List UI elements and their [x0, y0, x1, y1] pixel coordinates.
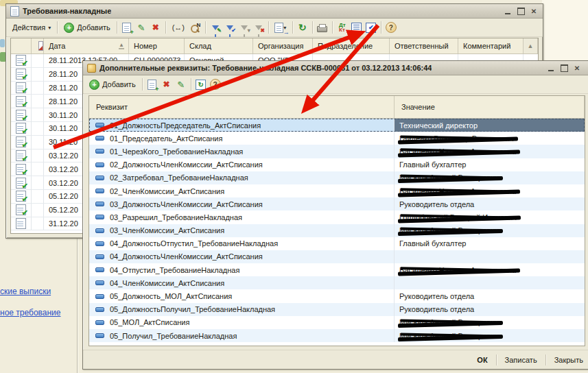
- panel-divider: [77, 237, 78, 373]
- attribute-row[interactable]: 03_ДолжностьЧленКомиссии_АктСписания Рук…: [89, 197, 585, 210]
- filter-history-button[interactable]: ▾: [238, 22, 250, 34]
- row-marker-icon: [95, 241, 104, 246]
- scroll-up-button[interactable]: ▲: [524, 38, 538, 53]
- attribute-row[interactable]: 02_Затребовал_ТребованиеНакладная Мисюра…: [89, 171, 585, 184]
- list-icon: [351, 23, 362, 33]
- attribute-row[interactable]: 04_Отпустил_ТребованиеНакладная Василенк…: [89, 263, 585, 276]
- refresh-icon: ↻: [298, 22, 307, 33]
- attribute-value: Гайденко Владимир Васильевич: [399, 134, 514, 143]
- column-header-department[interactable]: Подразделение: [313, 38, 390, 53]
- document-status-icon: ✔: [16, 96, 26, 107]
- dialog-delete-button[interactable]: ✖: [161, 79, 173, 91]
- row-marker-icon: [95, 136, 104, 141]
- sidebar-link-bank-statements[interactable]: ские выписки: [0, 287, 51, 296]
- minimize-button[interactable]: [502, 6, 513, 16]
- maximize-button[interactable]: [515, 6, 526, 16]
- close-button[interactable]: ✕: [528, 6, 539, 16]
- additional-attributes-dialog: Дополнительные реквизиты: Требование-нак…: [82, 60, 588, 370]
- document-status-icon: ✔: [16, 164, 26, 175]
- add-button[interactable]: + Добавить: [61, 22, 113, 34]
- attribute-row[interactable]: 03_Разрешил_ТребованиеНакладная Голдобов…: [89, 210, 585, 224]
- column-header-responsible[interactable]: Ответственный: [390, 38, 458, 53]
- posted-check-icon: ✔: [22, 168, 28, 176]
- structure-button[interactable]: [351, 22, 363, 34]
- write-button[interactable]: Записать: [501, 354, 541, 365]
- postings-button[interactable]: ДтКт: [336, 22, 349, 34]
- attribute-name: 02_Затребовал_ТребованиеНакладная: [110, 173, 248, 182]
- attribute-row[interactable]: 04_ДолжностьЧленКомиссии_АктСписания: [89, 250, 585, 263]
- attribute-name: 03_ЧленКомиссии_АктСписания: [110, 226, 224, 234]
- create-based-on-button[interactable]: →▾: [272, 22, 289, 34]
- dialog-refresh-button[interactable]: ↻: [195, 79, 207, 91]
- attribute-name: 05_Должность_МОЛ_АктСписания: [110, 292, 232, 300]
- help-button[interactable]: ?: [385, 22, 397, 34]
- attribute-row[interactable]: 05_ДолжностьПолучил_ТребованиеНакладная …: [89, 303, 585, 316]
- print-button[interactable]: [316, 22, 329, 34]
- attribute-row[interactable]: 01_Председатель_АктСписания Гайденко Вла…: [89, 132, 585, 145]
- attribute-name: 05_Получил_ТребованиеНакладная: [110, 332, 237, 340]
- attribute-row[interactable]: 04_ДолжностьОтпустил_ТребованиеНакладная…: [89, 237, 585, 250]
- dialog-footer: ОК Записать Закрыть: [83, 350, 588, 369]
- attribute-row[interactable]: 05_Получил_ТребованиеНакладная Мисюра Ан…: [89, 329, 585, 342]
- sidebar-link-payment-demand[interactable]: ное требование: [0, 308, 60, 317]
- posted-check-icon: ✔: [22, 59, 28, 67]
- column-header-number[interactable]: Номер: [129, 38, 185, 53]
- delete-button[interactable]: ✖: [150, 22, 162, 34]
- column-header-attribute[interactable]: Реквизит: [89, 96, 395, 118]
- dialog-title: Дополнительные реквизиты: Требование-нак…: [99, 64, 432, 72]
- document-status-icon: ✔: [16, 178, 26, 189]
- pencil-icon: ✎: [137, 23, 145, 33]
- filter-by-value-button[interactable]: ✔: [224, 22, 236, 34]
- document-status-icon: ✔: [16, 110, 26, 121]
- attribute-name: 01_ЧерезКого_ТребованиеНакладная: [110, 147, 243, 156]
- column-header-organization[interactable]: Организация: [253, 38, 313, 53]
- maximize-button[interactable]: [558, 63, 569, 73]
- dialog-add-button[interactable]: + Добавить: [86, 79, 139, 91]
- dialog-add-copy-button[interactable]: +: [146, 79, 158, 91]
- attribute-value: Руководитель отдела: [399, 200, 474, 208]
- attribute-name: 04_ДолжностьЧленКомиссии_АктСписания: [110, 252, 263, 261]
- attribute-row[interactable]: 02_ЧленКомиссии_АктСписания Василенко На…: [89, 184, 585, 197]
- row-marker-icon: [95, 123, 104, 128]
- attribute-row[interactable]: 05_МОЛ_АктСписания Мисюра Андрей Викторо…: [89, 316, 585, 329]
- attribute-row[interactable]: 02_ДолжностьЧленКомиссии_АктСписания Гла…: [89, 158, 585, 171]
- column-header-value[interactable]: Значение: [395, 96, 585, 118]
- attribute-value: Руководитель отдела: [399, 305, 474, 313]
- attribute-row[interactable]: 05_Должность_МОЛ_АктСписания Руководител…: [89, 289, 585, 302]
- document-status-icon: ✔: [16, 69, 26, 80]
- document-window-icon: [10, 5, 19, 17]
- actions-menu-button[interactable]: Действия ▾: [10, 23, 54, 32]
- filter-off-button[interactable]: ✖: [252, 22, 265, 34]
- attribute-value: Руководитель отдела: [399, 292, 474, 300]
- dialog-edit-button[interactable]: ✎: [175, 79, 187, 91]
- printer-icon: [317, 26, 327, 32]
- attribute-row[interactable]: 04_ЧленКомиссии_АктСписания: [89, 276, 585, 289]
- attribute-row[interactable]: 01_ДолжностьПредседатель_АктСписания Тех…: [89, 119, 585, 132]
- dialog-titlebar[interactable]: Дополнительные реквизиты: Требование-нак…: [83, 61, 588, 75]
- filter-settings-button[interactable]: ✎: [209, 22, 222, 34]
- column-header-warehouse[interactable]: Склад: [185, 38, 253, 53]
- column-header-comment[interactable]: Комментарий: [458, 38, 524, 53]
- additional-attributes-button[interactable]: ✔: [365, 22, 377, 34]
- attribute-name: 04_ЧленКомиссии_АктСписания: [110, 279, 224, 287]
- refresh-button[interactable]: ↻: [296, 22, 309, 34]
- date-interval-button[interactable]: (↔): [169, 22, 187, 34]
- find-by-number-button[interactable]: N: [189, 22, 202, 34]
- attribute-row[interactable]: 03_ЧленКомиссии_АктСписания Мисюра Андре…: [89, 224, 585, 237]
- dialog-help-button[interactable]: ?: [209, 79, 222, 91]
- pencil-icon: ✎: [177, 80, 185, 90]
- ok-button[interactable]: ОК: [473, 354, 491, 365]
- document-status-icon: ✔: [16, 82, 26, 93]
- row-marker-icon: [95, 267, 104, 272]
- attribute-name: 04_Отпустил_ТребованиеНакладная: [110, 266, 239, 274]
- attribute-row[interactable]: 01_ЧерезКого_ТребованиеНакладная Василен…: [89, 145, 585, 158]
- minimize-button[interactable]: [545, 63, 556, 73]
- add-copy-button[interactable]: +: [121, 22, 133, 34]
- main-window-titlebar[interactable]: Требования-накладные ✕: [6, 4, 543, 19]
- edit-button[interactable]: ✎: [135, 22, 148, 34]
- main-window-title: Требования-накладные: [23, 7, 111, 15]
- close-dialog-button[interactable]: Закрыть: [550, 354, 587, 365]
- column-header-date[interactable]: Дата▲: [44, 38, 129, 53]
- close-button[interactable]: ✕: [572, 63, 583, 73]
- search-icon: N: [190, 23, 200, 33]
